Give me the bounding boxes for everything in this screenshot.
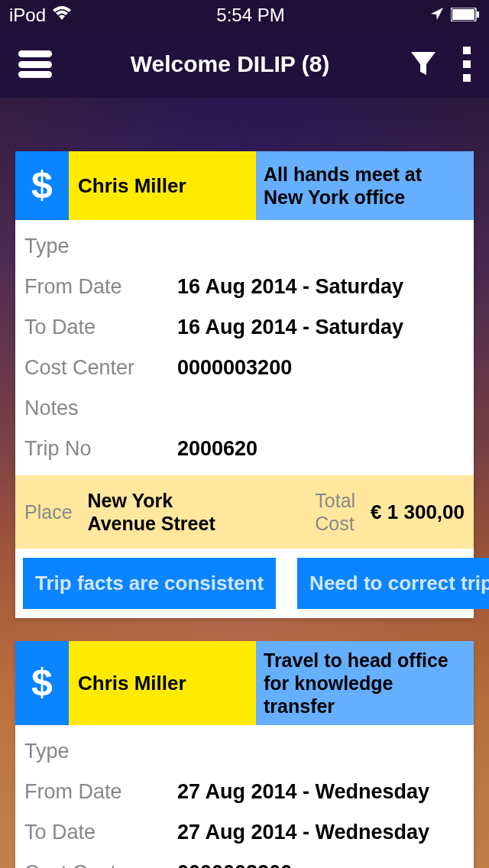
employee-name: Chris Miller — [69, 151, 256, 220]
dollar-icon: $ — [15, 641, 69, 725]
from-date-value: 27 Aug 2014 - Wednesday — [177, 780, 429, 804]
trip-no-value: 2000620 — [177, 437, 257, 461]
svg-text:$: $ — [31, 164, 53, 206]
notes-label: Notes — [24, 397, 177, 420]
from-date-label: From Date — [24, 780, 177, 804]
svg-rect-1 — [452, 9, 474, 20]
location-icon — [429, 5, 445, 26]
filter-icon[interactable] — [408, 47, 439, 81]
from-date-label: From Date — [24, 275, 177, 299]
to-date-label: To Date — [24, 821, 177, 844]
menu-icon[interactable] — [18, 50, 52, 78]
trip-card[interactable]: $ Chris Miller All hands meet at New Yor… — [15, 151, 474, 618]
trip-title: All hands meet at New York office — [256, 151, 474, 220]
employee-name: Chris Miller — [69, 641, 256, 725]
consistent-button[interactable]: Trip facts are consistent — [23, 558, 276, 609]
from-date-value: 16 Aug 2014 - Saturday — [177, 275, 403, 299]
total-cost-value: € 1 300,00 — [371, 500, 465, 524]
svg-text:$: $ — [31, 662, 53, 704]
to-date-label: To Date — [24, 316, 177, 339]
summary-row: Place New YorkAvenue Street TotalCost € … — [15, 475, 474, 549]
trip-card[interactable]: $ Chris Miller Travel to head office for… — [15, 641, 474, 868]
place-label: Place — [24, 501, 73, 523]
page-title: Welcome DILIP (8) — [52, 51, 408, 77]
device-label: iPod — [9, 5, 46, 26]
dollar-icon: $ — [15, 151, 69, 220]
wifi-icon — [52, 5, 72, 26]
trip-title: Travel to head office for knowledge tran… — [256, 641, 474, 725]
content-area[interactable]: $ Chris Miller All hands meet at New Yor… — [0, 98, 489, 868]
type-label: Type — [24, 235, 177, 258]
cost-center-label: Cost Center — [24, 356, 177, 380]
more-icon[interactable] — [463, 47, 471, 82]
trip-no-label: Trip No — [24, 437, 177, 461]
type-label: Type — [24, 740, 177, 763]
app-bar: Welcome DILIP (8) — [0, 31, 489, 98]
status-time: 5:54 PM — [216, 5, 284, 26]
status-bar: iPod 5:54 PM — [0, 0, 489, 31]
to-date-value: 16 Aug 2014 - Saturday — [177, 316, 403, 339]
cost-center-value: 0000003200 — [177, 861, 292, 868]
battery-icon — [451, 5, 480, 26]
svg-rect-2 — [477, 11, 479, 18]
total-cost-label: TotalCost — [315, 489, 355, 535]
correct-button[interactable]: Need to correct trip fa — [297, 558, 489, 609]
to-date-value: 27 Aug 2014 - Wednesday — [177, 821, 429, 844]
cost-center-value: 0000003200 — [177, 356, 292, 380]
cost-center-label: Cost Center — [24, 861, 177, 868]
place-value: New YorkAvenue Street — [88, 489, 316, 535]
